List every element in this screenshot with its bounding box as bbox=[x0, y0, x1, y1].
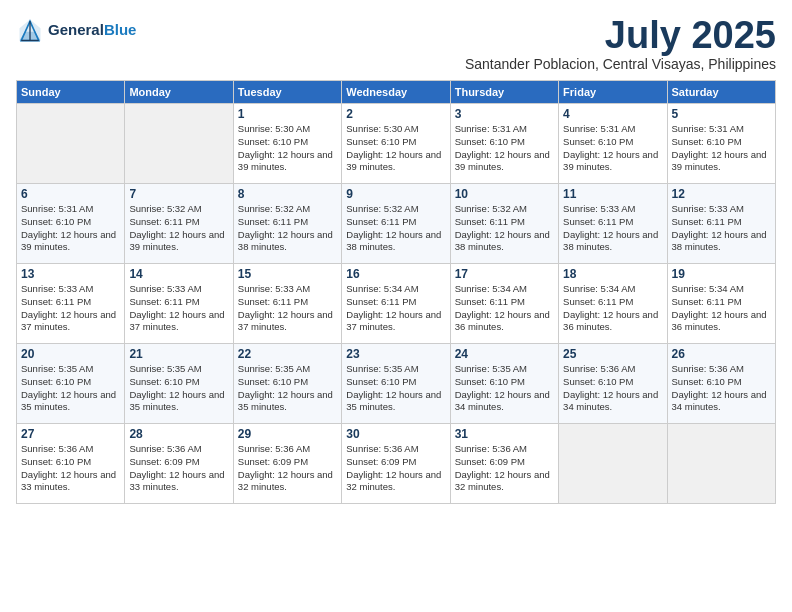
day-number: 3 bbox=[455, 107, 554, 121]
calendar-cell: 17Sunrise: 5:34 AM Sunset: 6:11 PM Dayli… bbox=[450, 264, 558, 344]
day-number: 19 bbox=[672, 267, 771, 281]
day-info: Sunrise: 5:31 AM Sunset: 6:10 PM Dayligh… bbox=[21, 203, 120, 254]
day-info: Sunrise: 5:30 AM Sunset: 6:10 PM Dayligh… bbox=[238, 123, 337, 174]
day-info: Sunrise: 5:36 AM Sunset: 6:10 PM Dayligh… bbox=[672, 363, 771, 414]
day-number: 15 bbox=[238, 267, 337, 281]
weekday-header-saturday: Saturday bbox=[667, 81, 775, 104]
weekday-header-thursday: Thursday bbox=[450, 81, 558, 104]
calendar-cell: 8Sunrise: 5:32 AM Sunset: 6:11 PM Daylig… bbox=[233, 184, 341, 264]
calendar-cell: 9Sunrise: 5:32 AM Sunset: 6:11 PM Daylig… bbox=[342, 184, 450, 264]
day-number: 17 bbox=[455, 267, 554, 281]
day-number: 29 bbox=[238, 427, 337, 441]
calendar-cell: 28Sunrise: 5:36 AM Sunset: 6:09 PM Dayli… bbox=[125, 424, 233, 504]
location-subtitle: Santander Poblacion, Central Visayas, Ph… bbox=[465, 56, 776, 72]
day-number: 25 bbox=[563, 347, 662, 361]
calendar-table: SundayMondayTuesdayWednesdayThursdayFrid… bbox=[16, 80, 776, 504]
calendar-cell bbox=[559, 424, 667, 504]
month-title: July 2025 bbox=[465, 16, 776, 54]
weekday-header-monday: Monday bbox=[125, 81, 233, 104]
calendar-cell: 3Sunrise: 5:31 AM Sunset: 6:10 PM Daylig… bbox=[450, 104, 558, 184]
day-info: Sunrise: 5:33 AM Sunset: 6:11 PM Dayligh… bbox=[238, 283, 337, 334]
day-number: 11 bbox=[563, 187, 662, 201]
calendar-cell: 29Sunrise: 5:36 AM Sunset: 6:09 PM Dayli… bbox=[233, 424, 341, 504]
day-number: 20 bbox=[21, 347, 120, 361]
day-number: 22 bbox=[238, 347, 337, 361]
calendar-cell: 22Sunrise: 5:35 AM Sunset: 6:10 PM Dayli… bbox=[233, 344, 341, 424]
day-number: 18 bbox=[563, 267, 662, 281]
day-number: 12 bbox=[672, 187, 771, 201]
day-info: Sunrise: 5:30 AM Sunset: 6:10 PM Dayligh… bbox=[346, 123, 445, 174]
calendar-cell: 4Sunrise: 5:31 AM Sunset: 6:10 PM Daylig… bbox=[559, 104, 667, 184]
calendar-cell: 1Sunrise: 5:30 AM Sunset: 6:10 PM Daylig… bbox=[233, 104, 341, 184]
day-info: Sunrise: 5:33 AM Sunset: 6:11 PM Dayligh… bbox=[563, 203, 662, 254]
calendar-header: SundayMondayTuesdayWednesdayThursdayFrid… bbox=[17, 81, 776, 104]
day-number: 14 bbox=[129, 267, 228, 281]
day-info: Sunrise: 5:33 AM Sunset: 6:11 PM Dayligh… bbox=[672, 203, 771, 254]
day-number: 8 bbox=[238, 187, 337, 201]
day-info: Sunrise: 5:32 AM Sunset: 6:11 PM Dayligh… bbox=[346, 203, 445, 254]
weekday-header-tuesday: Tuesday bbox=[233, 81, 341, 104]
day-number: 23 bbox=[346, 347, 445, 361]
calendar-cell: 20Sunrise: 5:35 AM Sunset: 6:10 PM Dayli… bbox=[17, 344, 125, 424]
day-number: 2 bbox=[346, 107, 445, 121]
day-number: 30 bbox=[346, 427, 445, 441]
weekday-header-sunday: Sunday bbox=[17, 81, 125, 104]
weekday-header-wednesday: Wednesday bbox=[342, 81, 450, 104]
calendar-cell: 13Sunrise: 5:33 AM Sunset: 6:11 PM Dayli… bbox=[17, 264, 125, 344]
calendar-cell: 16Sunrise: 5:34 AM Sunset: 6:11 PM Dayli… bbox=[342, 264, 450, 344]
calendar-cell: 23Sunrise: 5:35 AM Sunset: 6:10 PM Dayli… bbox=[342, 344, 450, 424]
logo-icon bbox=[16, 16, 44, 44]
day-info: Sunrise: 5:32 AM Sunset: 6:11 PM Dayligh… bbox=[129, 203, 228, 254]
day-number: 7 bbox=[129, 187, 228, 201]
calendar-cell: 7Sunrise: 5:32 AM Sunset: 6:11 PM Daylig… bbox=[125, 184, 233, 264]
day-number: 26 bbox=[672, 347, 771, 361]
day-number: 1 bbox=[238, 107, 337, 121]
day-info: Sunrise: 5:35 AM Sunset: 6:10 PM Dayligh… bbox=[129, 363, 228, 414]
calendar-cell: 11Sunrise: 5:33 AM Sunset: 6:11 PM Dayli… bbox=[559, 184, 667, 264]
day-info: Sunrise: 5:36 AM Sunset: 6:09 PM Dayligh… bbox=[455, 443, 554, 494]
calendar-cell: 2Sunrise: 5:30 AM Sunset: 6:10 PM Daylig… bbox=[342, 104, 450, 184]
day-info: Sunrise: 5:36 AM Sunset: 6:09 PM Dayligh… bbox=[238, 443, 337, 494]
day-info: Sunrise: 5:35 AM Sunset: 6:10 PM Dayligh… bbox=[455, 363, 554, 414]
calendar-cell: 24Sunrise: 5:35 AM Sunset: 6:10 PM Dayli… bbox=[450, 344, 558, 424]
day-number: 4 bbox=[563, 107, 662, 121]
day-info: Sunrise: 5:34 AM Sunset: 6:11 PM Dayligh… bbox=[455, 283, 554, 334]
day-info: Sunrise: 5:36 AM Sunset: 6:10 PM Dayligh… bbox=[21, 443, 120, 494]
calendar-cell: 21Sunrise: 5:35 AM Sunset: 6:10 PM Dayli… bbox=[125, 344, 233, 424]
weekday-header-friday: Friday bbox=[559, 81, 667, 104]
calendar-cell: 31Sunrise: 5:36 AM Sunset: 6:09 PM Dayli… bbox=[450, 424, 558, 504]
day-info: Sunrise: 5:34 AM Sunset: 6:11 PM Dayligh… bbox=[563, 283, 662, 334]
day-info: Sunrise: 5:31 AM Sunset: 6:10 PM Dayligh… bbox=[455, 123, 554, 174]
day-number: 5 bbox=[672, 107, 771, 121]
day-number: 31 bbox=[455, 427, 554, 441]
day-number: 16 bbox=[346, 267, 445, 281]
day-info: Sunrise: 5:31 AM Sunset: 6:10 PM Dayligh… bbox=[672, 123, 771, 174]
day-info: Sunrise: 5:34 AM Sunset: 6:11 PM Dayligh… bbox=[346, 283, 445, 334]
calendar-cell: 19Sunrise: 5:34 AM Sunset: 6:11 PM Dayli… bbox=[667, 264, 775, 344]
logo: GeneralBlue bbox=[16, 16, 136, 44]
day-number: 13 bbox=[21, 267, 120, 281]
day-info: Sunrise: 5:31 AM Sunset: 6:10 PM Dayligh… bbox=[563, 123, 662, 174]
day-info: Sunrise: 5:36 AM Sunset: 6:09 PM Dayligh… bbox=[346, 443, 445, 494]
day-info: Sunrise: 5:32 AM Sunset: 6:11 PM Dayligh… bbox=[455, 203, 554, 254]
logo-text-line1: GeneralBlue bbox=[48, 22, 136, 39]
day-info: Sunrise: 5:35 AM Sunset: 6:10 PM Dayligh… bbox=[21, 363, 120, 414]
calendar-cell: 26Sunrise: 5:36 AM Sunset: 6:10 PM Dayli… bbox=[667, 344, 775, 424]
day-info: Sunrise: 5:32 AM Sunset: 6:11 PM Dayligh… bbox=[238, 203, 337, 254]
calendar-cell: 27Sunrise: 5:36 AM Sunset: 6:10 PM Dayli… bbox=[17, 424, 125, 504]
calendar-cell bbox=[17, 104, 125, 184]
calendar-cell: 18Sunrise: 5:34 AM Sunset: 6:11 PM Dayli… bbox=[559, 264, 667, 344]
calendar-cell bbox=[667, 424, 775, 504]
day-number: 28 bbox=[129, 427, 228, 441]
day-info: Sunrise: 5:36 AM Sunset: 6:10 PM Dayligh… bbox=[563, 363, 662, 414]
calendar-cell: 15Sunrise: 5:33 AM Sunset: 6:11 PM Dayli… bbox=[233, 264, 341, 344]
day-number: 9 bbox=[346, 187, 445, 201]
day-info: Sunrise: 5:35 AM Sunset: 6:10 PM Dayligh… bbox=[346, 363, 445, 414]
day-number: 24 bbox=[455, 347, 554, 361]
calendar-cell: 25Sunrise: 5:36 AM Sunset: 6:10 PM Dayli… bbox=[559, 344, 667, 424]
day-number: 27 bbox=[21, 427, 120, 441]
day-info: Sunrise: 5:34 AM Sunset: 6:11 PM Dayligh… bbox=[672, 283, 771, 334]
calendar-cell: 30Sunrise: 5:36 AM Sunset: 6:09 PM Dayli… bbox=[342, 424, 450, 504]
day-number: 21 bbox=[129, 347, 228, 361]
title-block: July 2025 Santander Poblacion, Central V… bbox=[465, 16, 776, 72]
